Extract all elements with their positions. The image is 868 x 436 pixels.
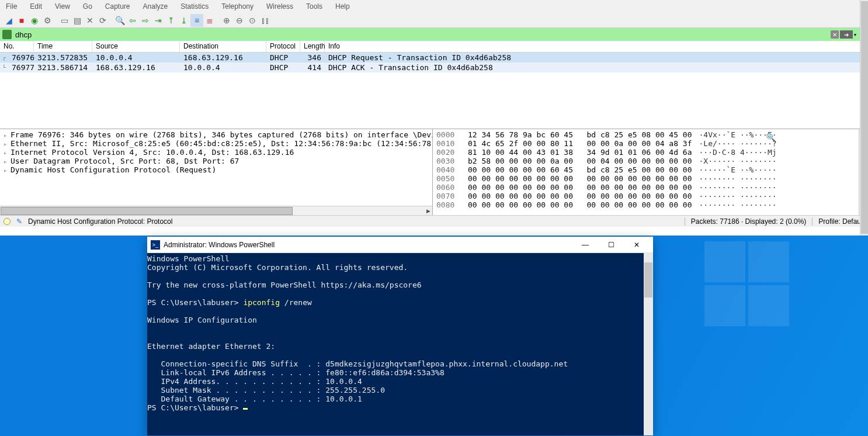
- menu-tools[interactable]: Tools: [300, 1, 328, 12]
- col-protocol[interactable]: Protocol: [266, 41, 300, 52]
- capture-options-icon[interactable]: ⚙: [41, 14, 54, 27]
- go-first-icon[interactable]: ⤒: [165, 14, 178, 27]
- zoom-in-icon[interactable]: ⊕: [220, 14, 233, 27]
- hex-row[interactable]: 004000 00 00 00 00 00 60 45 bd c8 25 e5 …: [436, 165, 864, 174]
- menu-analyze[interactable]: Analyze: [137, 1, 174, 12]
- display-filter-input[interactable]: [13, 29, 831, 40]
- menu-view[interactable]: View: [49, 1, 76, 12]
- hex-row[interactable]: 000012 34 56 78 9a bc 60 45 bd c8 25 e5 …: [436, 130, 864, 139]
- go-back-icon[interactable]: ⇦: [126, 14, 139, 27]
- stop-capture-icon[interactable]: ■: [15, 14, 28, 27]
- colorize-icon[interactable]: ≣: [203, 14, 216, 27]
- apply-filter-icon[interactable]: ➔: [840, 30, 853, 39]
- display-filter-bar: ✕ ➔ ▾ +: [0, 28, 868, 41]
- powershell-title-text: Administrator: Windows PowerShell: [164, 241, 572, 249]
- reload-icon[interactable]: ⟳: [96, 14, 109, 27]
- detail-line[interactable]: User Datagram Protocol, Src Port: 68, Ds…: [1, 157, 431, 165]
- expert-info-icon[interactable]: [4, 218, 11, 225]
- powershell-output: Windows PowerShell Copyright (C) Microso…: [147, 254, 653, 412]
- hex-row[interactable]: 006000 00 00 00 00 00 00 00 00 00 00 00 …: [436, 183, 864, 192]
- packet-list[interactable]: ┌769763213.57283510.0.0.4168.63.129.16DH…: [0, 53, 868, 129]
- resize-columns-icon[interactable]: ⫿⫿: [259, 14, 272, 27]
- find-packet-icon[interactable]: 🔍: [113, 14, 126, 27]
- packet-row[interactable]: └769773213.586714168.63.129.1610.0.0.4DH…: [0, 63, 868, 72]
- save-file-icon[interactable]: ▤: [71, 14, 84, 27]
- col-destination[interactable]: Destination: [180, 41, 266, 52]
- go-forward-icon[interactable]: ⇨: [139, 14, 152, 27]
- filter-dropdown-icon[interactable]: ▾: [854, 32, 856, 37]
- packet-bytes-pane[interactable]: 🔍 000012 34 56 78 9a bc 60 45 bd c8 25 e…: [432, 129, 868, 215]
- zoom-reset-icon[interactable]: ⊙: [246, 14, 259, 27]
- detail-line[interactable]: Frame 76976: 346 bytes on wire (2768 bit…: [1, 130, 431, 139]
- hex-row[interactable]: 007000 00 00 00 00 00 00 00 00 00 00 00 …: [436, 192, 864, 200]
- col-length[interactable]: Length: [300, 41, 325, 52]
- restart-capture-icon[interactable]: ◉: [28, 14, 41, 27]
- go-last-icon[interactable]: ⤓: [178, 14, 190, 27]
- hex-row[interactable]: 001001 4c 65 2f 00 00 80 11 00 00 0a 00 …: [436, 139, 864, 148]
- packet-details-pane[interactable]: Frame 76976: 346 bytes on wire (2768 bit…: [0, 129, 432, 206]
- zoom-out-icon[interactable]: ⊖: [233, 14, 246, 27]
- close-button[interactable]: ✕: [624, 239, 650, 251]
- col-time[interactable]: Time: [34, 41, 92, 52]
- menu-telephony[interactable]: Telephony: [216, 1, 259, 12]
- menu-wireless[interactable]: Wireless: [261, 1, 299, 12]
- packet-row[interactable]: ┌769763213.57283510.0.0.4168.63.129.16DH…: [0, 53, 868, 63]
- hex-row[interactable]: 005000 00 00 00 00 00 00 00 00 00 00 00 …: [436, 174, 864, 183]
- details-horizontal-scrollbar[interactable]: ▶: [0, 206, 432, 215]
- edit-capture-comment-icon[interactable]: ✎: [16, 217, 22, 226]
- close-file-icon[interactable]: ✕: [84, 14, 96, 27]
- powershell-body[interactable]: Windows PowerShell Copyright (C) Microso…: [147, 253, 653, 435]
- status-packets-text: Packets: 77186 · Displayed: 2 (0.0%): [691, 217, 806, 226]
- menu-edit[interactable]: Edit: [24, 1, 48, 12]
- hex-row[interactable]: 0030b2 58 00 00 00 00 0a 00 00 04 00 00 …: [436, 157, 864, 165]
- menu-help[interactable]: Help: [329, 1, 356, 12]
- hex-row[interactable]: 008000 00 00 00 00 00 00 00 00 00 00 00 …: [436, 200, 864, 209]
- menu-go[interactable]: Go: [77, 1, 98, 12]
- col-no[interactable]: No.: [0, 41, 34, 52]
- powershell-titlebar[interactable]: >_ Administrator: Windows PowerShell — ☐…: [147, 237, 653, 253]
- open-file-icon[interactable]: ▭: [58, 14, 71, 27]
- clear-filter-icon[interactable]: ✕: [831, 30, 839, 39]
- packet-list-header: No. Time Source Destination Protocol Len…: [0, 41, 868, 53]
- maximize-button[interactable]: ☐: [598, 239, 624, 251]
- go-to-packet-icon[interactable]: ⇥: [152, 14, 165, 27]
- main-right-scrollbar[interactable]: [860, 0, 868, 236]
- toolbar: ◢ ■ ◉ ⚙ ▭ ▤ ✕ ⟳ 🔍 ⇦ ⇨ ⇥ ⤒ ⤓ ≡ ≣ ⊕ ⊖ ⊙ ⫿⫿: [0, 13, 868, 28]
- minimize-button[interactable]: —: [572, 239, 598, 251]
- powershell-scrollbar[interactable]: [644, 253, 653, 435]
- col-source[interactable]: Source: [92, 41, 180, 52]
- status-left-text: Dynamic Host Configuration Protocol: Pro…: [28, 217, 172, 226]
- auto-scroll-icon[interactable]: ≡: [190, 14, 203, 27]
- status-profile-text[interactable]: Profile: Default: [818, 217, 864, 226]
- menu-capture[interactable]: Capture: [99, 1, 136, 12]
- detail-line[interactable]: Internet Protocol Version 4, Src: 10.0.0…: [1, 148, 431, 157]
- status-bar: ✎ Dynamic Host Configuration Protocol: P…: [0, 215, 868, 227]
- detail-line[interactable]: Dynamic Host Configuration Protocol (Req…: [1, 165, 431, 174]
- menu-statistics[interactable]: Statistics: [175, 1, 214, 12]
- magnifier-cursor-icon: 🔍: [766, 133, 776, 142]
- bookmark-filter-icon[interactable]: [2, 30, 12, 39]
- menu-bar: FileEditViewGoCaptureAnalyzeStatisticsTe…: [0, 0, 868, 13]
- interface-list-icon[interactable]: ◢: [2, 14, 15, 27]
- col-info[interactable]: Info: [325, 41, 868, 52]
- detail-hex-panes: Frame 76976: 346 bytes on wire (2768 bit…: [0, 129, 868, 215]
- detail-line[interactable]: Ethernet II, Src: Microsof_c8:25:e5 (60:…: [1, 139, 431, 148]
- menu-file[interactable]: File: [0, 1, 23, 12]
- powershell-icon: >_: [151, 240, 160, 250]
- powershell-window[interactable]: >_ Administrator: Windows PowerShell — ☐…: [147, 237, 653, 435]
- hex-row[interactable]: 002081 10 00 44 00 43 01 38 34 9d 01 01 …: [436, 148, 864, 157]
